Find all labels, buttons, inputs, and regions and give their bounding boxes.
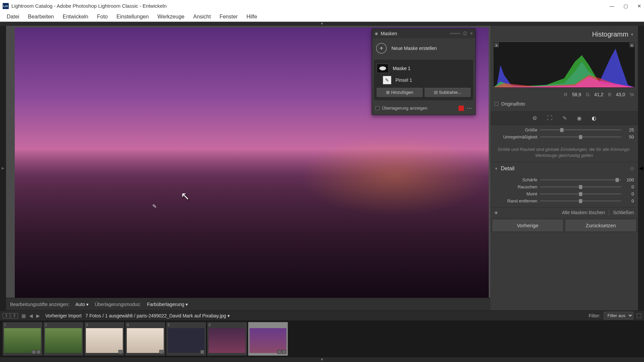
cursor-icon: ↖ bbox=[181, 190, 190, 202]
menu-foto[interactable]: Foto bbox=[93, 12, 112, 21]
redeye-tool-icon[interactable]: ◉ bbox=[577, 115, 582, 121]
thumbnail[interactable]: 5 bbox=[166, 322, 206, 356]
histogram-display[interactable]: ▲ ▲ bbox=[493, 42, 635, 88]
tool-strip: ⚙ ⛶ ✎ ◉ ◐ bbox=[490, 111, 638, 125]
slider-schaerfe: Schärfe 100 bbox=[494, 176, 634, 183]
histogram-title: Histogramm bbox=[592, 31, 628, 38]
overlay-mode-label: Überlagerungsmodus: bbox=[95, 302, 141, 307]
develop-toolbar: Bearbeitungsstifte anzeigen: Auto ▾ Über… bbox=[6, 298, 490, 310]
pins-dropdown[interactable]: Auto ▾ bbox=[75, 302, 89, 307]
menu-bearbeiten[interactable]: Bearbeiten bbox=[24, 12, 58, 21]
menu-entwickeln[interactable]: Entwickeln bbox=[59, 12, 92, 21]
brush-stroke-icon: ✎ bbox=[152, 203, 157, 209]
slider-handle[interactable] bbox=[615, 178, 619, 182]
filmstrip-source[interactable]: Vorheriger Import 7 Fotos / 1 ausgewählt… bbox=[45, 313, 230, 318]
thumbnail[interactable]: 6 bbox=[207, 322, 247, 356]
dropdown-icon: ▾ bbox=[185, 302, 188, 307]
monitor-1-button[interactable]: 1 bbox=[3, 313, 10, 318]
slider-track[interactable] bbox=[540, 136, 621, 137]
brush-name: Pinsel 1 bbox=[395, 77, 412, 83]
slider-track[interactable] bbox=[540, 200, 621, 201]
filter-lock-icon[interactable] bbox=[637, 313, 641, 318]
panel-drag-handle[interactable] bbox=[450, 33, 460, 34]
masks-visibility-icon[interactable]: ◉ bbox=[375, 31, 378, 36]
overlay-checkbox[interactable] bbox=[375, 106, 379, 110]
original-checkbox[interactable] bbox=[494, 102, 498, 106]
mask-thumbnail bbox=[377, 64, 389, 73]
app-icon: Lrc bbox=[3, 3, 9, 9]
reset-button[interactable]: Zurücksetzen bbox=[565, 219, 637, 232]
masks-collapse-icon[interactable]: » bbox=[470, 31, 473, 37]
overlay-more-icon[interactable]: ⋯ bbox=[467, 105, 472, 111]
previous-button[interactable]: Vorherige bbox=[492, 219, 564, 232]
right-panel: Histogramm ▼ ▲ ▲ R58,9 G41,2 B bbox=[490, 26, 638, 310]
slider-moire: Moiré 0 bbox=[494, 190, 634, 197]
right-panel-collapse[interactable]: ◀ bbox=[638, 26, 644, 310]
monitor-2-button[interactable]: 2 bbox=[11, 313, 18, 318]
highlight-clip-icon[interactable]: ▲ bbox=[630, 43, 634, 47]
slider-rauschen: Rauschen 0 bbox=[494, 183, 634, 190]
mask-subtract-button[interactable]: ⊟Subtrahie... bbox=[425, 88, 471, 97]
slider-track[interactable] bbox=[540, 193, 621, 194]
slider-handle[interactable] bbox=[560, 128, 564, 132]
slider-handle[interactable] bbox=[579, 192, 582, 196]
nav-prev-icon[interactable]: ◀ bbox=[29, 313, 33, 318]
pins-label: Bearbeitungsstifte anzeigen: bbox=[10, 302, 69, 307]
masks-help-icon[interactable]: ⓘ bbox=[463, 31, 467, 37]
masks-panel: ◉ Masken ⓘ » + Neue Maske erstellen Mask… bbox=[372, 28, 476, 115]
slider-handle[interactable] bbox=[579, 135, 582, 139]
chevron-down-icon: ▼ bbox=[494, 167, 498, 171]
maximize-button[interactable]: ▢ bbox=[624, 3, 628, 9]
thumbnail-selected[interactable]: 7 bbox=[248, 322, 288, 356]
slider-rand-entfernen: Rand entfernen 0 bbox=[494, 197, 634, 204]
adjust-tool-icon[interactable]: ⚙ bbox=[532, 115, 537, 121]
slider-handle[interactable] bbox=[579, 199, 582, 203]
menu-werkzeuge[interactable]: Werkzeuge bbox=[153, 12, 189, 21]
thumbnail[interactable]: 4 bbox=[125, 322, 165, 356]
slider-groesse: Größe 25 bbox=[494, 126, 634, 133]
histogram-collapse-icon[interactable]: ▼ bbox=[630, 33, 634, 37]
mask-item[interactable]: Maske 1 ✎ Pinsel 1 ⊞Hinzufügen ⊟Subtrahi… bbox=[374, 60, 473, 100]
slider-track[interactable] bbox=[540, 129, 621, 130]
dropdown-icon: ▾ bbox=[86, 302, 89, 307]
menu-ansicht[interactable]: Ansicht bbox=[189, 12, 215, 21]
masking-tool-icon[interactable]: ◐ bbox=[592, 115, 596, 121]
close-masks-link[interactable]: Schließen bbox=[613, 210, 634, 215]
bottom-panel-collapse[interactable]: ▼ bbox=[0, 357, 644, 362]
window-titlebar: Lrc Lightroom Catalog - Adobe Photoshop … bbox=[0, 0, 644, 12]
crop-tool-icon[interactable]: ⛶ bbox=[547, 115, 552, 121]
overlay-color-swatch[interactable] bbox=[459, 106, 464, 111]
menu-fenster[interactable]: Fenster bbox=[215, 12, 241, 21]
filter-dropdown[interactable]: Filter aus bbox=[604, 312, 633, 319]
menu-hilfe[interactable]: Hilfe bbox=[243, 12, 261, 21]
menu-datei[interactable]: Datei bbox=[3, 12, 23, 21]
overlay-mode-dropdown[interactable]: Farbüberlagerung ▾ bbox=[147, 302, 188, 307]
slider-handle[interactable] bbox=[579, 185, 582, 189]
minimize-button[interactable]: — bbox=[609, 3, 614, 9]
shadow-clip-icon[interactable]: ▲ bbox=[494, 43, 499, 47]
section-toggle-icon[interactable]: ⏻ bbox=[630, 166, 634, 171]
grid-view-icon[interactable]: ▦ bbox=[21, 313, 26, 318]
thumbnail[interactable]: 2 bbox=[44, 322, 83, 356]
menu-einstellungen[interactable]: Einstellungen bbox=[112, 12, 153, 21]
slider-track[interactable] bbox=[540, 179, 621, 180]
slider-track[interactable] bbox=[540, 186, 621, 187]
left-panel-collapse[interactable]: ▶ bbox=[0, 26, 6, 310]
create-mask-button[interactable]: + bbox=[376, 43, 387, 54]
nav-next-icon[interactable]: ▶ bbox=[36, 313, 40, 318]
close-button[interactable]: ✕ bbox=[637, 3, 641, 9]
delete-all-masks-link[interactable]: Alle Masken löschen bbox=[562, 210, 605, 215]
top-panel-collapse[interactable]: ▼ bbox=[0, 22, 644, 26]
overlay-label: Überlagerung anzeigen bbox=[382, 106, 456, 111]
mask-add-button[interactable]: ⊞Hinzufügen bbox=[377, 88, 423, 97]
detail-section-header[interactable]: ▼ Detail ⏻ bbox=[490, 162, 638, 175]
grain-info-text: Größe und Rauheit sind globale Einstellu… bbox=[490, 143, 638, 162]
window-title: Lightroom Catalog - Adobe Photoshop Ligh… bbox=[11, 3, 167, 9]
thumbnail[interactable]: 1 2 bbox=[3, 322, 42, 356]
filmstrip-toolbar: 1 2 ▦ ◀ ▶ Vorheriger Import 7 Fotos / 1 … bbox=[0, 310, 644, 320]
original-label: Originalfoto bbox=[501, 101, 525, 107]
thumbnail[interactable]: 3 bbox=[85, 322, 124, 356]
preview-toggle-icon[interactable]: ◉ bbox=[494, 210, 498, 215]
rgb-readout: R58,9 G41,2 B43,0 % bbox=[493, 90, 635, 99]
heal-tool-icon[interactable]: ✎ bbox=[562, 115, 567, 121]
